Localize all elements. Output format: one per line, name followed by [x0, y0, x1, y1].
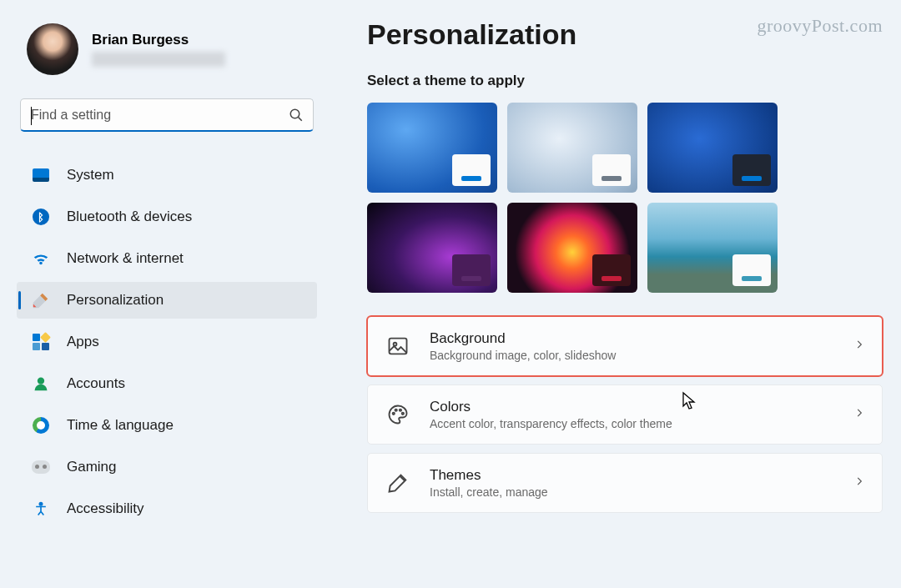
nav-label: Accounts	[67, 375, 125, 392]
palette-icon	[386, 403, 410, 426]
options-list: Background Background image, color, slid…	[367, 316, 883, 513]
theme-tile[interactable]	[507, 103, 637, 193]
theme-preview-icon	[732, 254, 771, 286]
theme-tile[interactable]	[647, 103, 778, 193]
watermark: groovyPost.com	[757, 15, 883, 37]
chevron-right-icon	[853, 407, 865, 422]
svg-point-8	[400, 410, 401, 411]
avatar	[27, 23, 78, 75]
theme-tile[interactable]	[647, 203, 778, 293]
theme-tile[interactable]	[507, 203, 637, 293]
option-subtitle: Install, create, manage	[430, 485, 833, 499]
nav-item-system[interactable]: System	[17, 157, 317, 193]
option-subtitle: Background image, color, slideshow	[430, 349, 833, 362]
nav-item-bluetooth[interactable]: ᛒ Bluetooth & devices	[17, 199, 317, 235]
user-email-redacted	[92, 52, 225, 67]
search-input[interactable]	[21, 108, 279, 123]
nav-label: Accessibility	[67, 500, 144, 517]
svg-point-3	[39, 503, 42, 505]
nav-label: Time & language	[67, 417, 174, 434]
image-icon	[386, 334, 410, 358]
option-themes[interactable]: Themes Install, create, manage	[367, 453, 883, 513]
theme-section-label: Select a theme to apply	[367, 73, 883, 89]
nav-label: System	[67, 167, 114, 183]
search-icon	[279, 108, 313, 123]
brush-icon	[386, 471, 410, 495]
nav-item-apps[interactable]: Apps	[17, 324, 317, 360]
theme-preview-icon	[452, 154, 491, 186]
theme-preview-icon	[452, 254, 491, 286]
paintbrush-icon	[32, 291, 50, 309]
nav-item-personalization[interactable]: Personalization	[17, 282, 317, 319]
option-colors[interactable]: Colors Accent color, transparency effect…	[367, 384, 883, 445]
nav-list: System ᛒ Bluetooth & devices Network & i…	[15, 157, 319, 527]
nav-item-accounts[interactable]: Accounts	[17, 365, 317, 402]
svg-rect-4	[390, 339, 407, 354]
main-content: Personalization Select a theme to apply …	[334, 0, 901, 588]
user-name: Brian Burgess	[92, 32, 225, 48]
wifi-icon	[32, 249, 50, 268]
svg-point-9	[402, 413, 404, 415]
nav-label: Gaming	[67, 459, 117, 475]
search-box[interactable]	[20, 98, 314, 132]
apps-icon	[32, 333, 50, 351]
chevron-right-icon	[853, 475, 865, 490]
sidebar: Brian Burgess System ᛒ Bluetooth & devic…	[0, 0, 334, 588]
accessibility-icon	[32, 500, 50, 518]
option-subtitle: Accent color, transparency effects, colo…	[430, 417, 833, 430]
svg-line-1	[299, 117, 302, 120]
nav-item-time-language[interactable]: Time & language	[17, 407, 317, 444]
gaming-icon	[32, 458, 50, 476]
accounts-icon	[32, 374, 50, 393]
user-account-block[interactable]: Brian Burgess	[15, 17, 319, 90]
theme-tile[interactable]	[367, 203, 497, 293]
option-title: Background	[430, 330, 833, 347]
theme-preview-icon	[592, 154, 631, 186]
nav-label: Apps	[67, 334, 99, 350]
nav-item-gaming[interactable]: Gaming	[17, 449, 317, 485]
svg-point-6	[393, 413, 395, 415]
nav-label: Bluetooth & devices	[67, 209, 192, 225]
themes-grid	[367, 103, 883, 293]
option-title: Colors	[430, 399, 833, 415]
nav-label: Network & internet	[67, 250, 184, 267]
svg-point-7	[395, 410, 397, 411]
time-language-icon	[32, 416, 50, 435]
option-background[interactable]: Background Background image, color, slid…	[367, 316, 883, 376]
theme-preview-icon	[732, 154, 771, 186]
chevron-right-icon	[853, 339, 865, 354]
system-icon	[32, 166, 50, 184]
svg-point-0	[290, 109, 299, 118]
theme-preview-icon	[592, 254, 631, 286]
nav-label: Personalization	[67, 292, 164, 309]
nav-item-accessibility[interactable]: Accessibility	[17, 490, 317, 527]
nav-item-network[interactable]: Network & internet	[17, 240, 317, 277]
svg-point-2	[38, 378, 44, 384]
bluetooth-icon: ᛒ	[32, 208, 50, 226]
theme-tile[interactable]	[367, 103, 497, 193]
option-title: Themes	[430, 467, 833, 484]
